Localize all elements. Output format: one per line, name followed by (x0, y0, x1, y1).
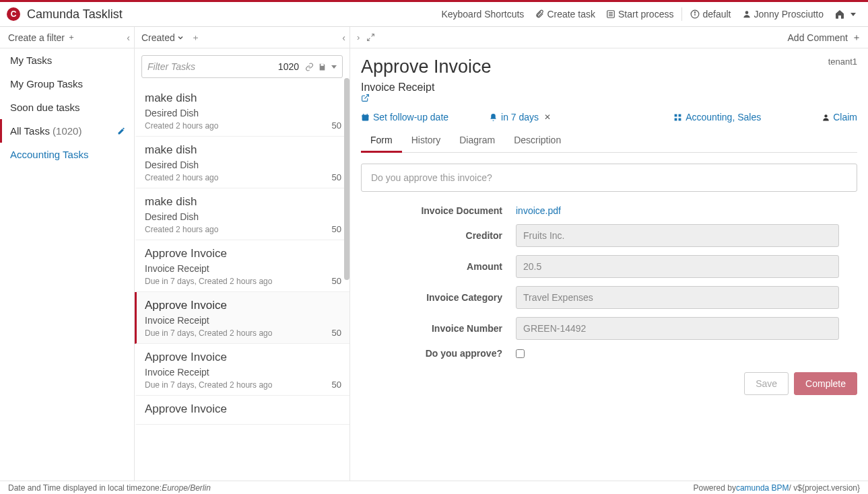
svg-point-6 (695, 12, 696, 13)
tasks-list[interactable]: make dishDesired DishCreated 2 hours ago… (135, 85, 349, 481)
tab-form[interactable]: Form (361, 129, 402, 153)
brand-bar: C Camunda Tasklist Keyboard Shortcuts Cr… (0, 2, 868, 27)
task-meta: Due in 7 days, Created 2 hours ago (145, 277, 272, 286)
filter-item-0[interactable]: My Tasks (0, 48, 134, 72)
tab-history[interactable]: History (402, 129, 450, 152)
pencil-icon[interactable] (117, 127, 126, 135)
external-link-icon[interactable] (361, 94, 857, 102)
task-item-6[interactable]: Approve Invoice (135, 396, 349, 425)
approve-checkbox[interactable] (516, 349, 525, 358)
caret-down-icon[interactable] (331, 65, 337, 69)
add-sort-icon[interactable]: ＋ (191, 32, 200, 44)
user-label: Jonny Prosciutto (754, 9, 824, 20)
scrollbar[interactable] (344, 78, 349, 280)
task-title: make dish (145, 195, 341, 209)
fullscreen-icon[interactable] (366, 33, 375, 42)
svg-rect-16 (675, 114, 677, 116)
task-item-0[interactable]: make dishDesired DishCreated 2 hours ago… (135, 85, 349, 137)
task-item-3[interactable]: Approve InvoiceInvoice ReceiptDue in 7 d… (135, 240, 349, 292)
task-title: Approve Invoice (145, 299, 341, 312)
invoice-document-link[interactable]: invoice.pdf (516, 205, 561, 216)
save-filter-icon[interactable] (318, 63, 327, 71)
save-button[interactable]: Save (744, 372, 789, 395)
footer: Date and Time displayed in local timezon… (0, 481, 868, 494)
task-title: Approve Invoice (145, 351, 341, 364)
filter-item-label: My Tasks (10, 55, 52, 66)
filter-item-1[interactable]: My Group Tasks (0, 72, 134, 96)
claim-button[interactable]: Claim (833, 112, 857, 122)
task-title: make dish (145, 92, 341, 105)
category-label: Invoice Category (361, 292, 516, 303)
svg-rect-19 (679, 118, 681, 120)
create-filter-button[interactable]: Create a filter ＋ ‹ (0, 27, 134, 48)
collapse-tasks-icon[interactable]: ‹ (342, 32, 345, 43)
groups-link[interactable]: Accounting, Sales (673, 112, 761, 122)
task-item-2[interactable]: make dishDesired DishCreated 2 hours ago… (135, 188, 349, 240)
powered-by-label: Powered by (694, 483, 736, 493)
filter-list: My TasksMy Group TasksSoon due tasksAll … (0, 48, 134, 166)
filter-item-2[interactable]: Soon due tasks (0, 96, 134, 119)
add-comment-button[interactable]: Add Comment ＋ (788, 32, 861, 44)
sort-button[interactable]: Created (141, 32, 175, 43)
engine-label: default (702, 9, 731, 20)
filters-column: Create a filter ＋ ‹ My TasksMy Group Tas… (0, 27, 135, 481)
task-priority: 50 (332, 172, 341, 182)
due-date[interactable]: in 7 days ✕ (489, 112, 551, 122)
detail-column: › Add Comment ＋ Approve Invoice tenant1 … (350, 27, 868, 481)
keyboard-shortcuts-link[interactable]: Keyboard Shortcuts (436, 9, 529, 20)
task-item-4[interactable]: Approve InvoiceInvoice ReceiptDue in 7 d… (135, 292, 349, 344)
svg-rect-17 (679, 114, 681, 116)
svg-line-9 (372, 34, 374, 37)
home-icon (834, 9, 845, 20)
plus-icon: ＋ (852, 32, 861, 44)
due-label: in 7 days (501, 112, 539, 122)
task-meta: Due in 7 days, Created 2 hours ago (145, 380, 272, 390)
timezone-value: Europe/Berlin (162, 483, 211, 493)
category-input (516, 286, 839, 309)
task-item-1[interactable]: make dishDesired DishCreated 2 hours ago… (135, 137, 349, 188)
detail-body: Approve Invoice tenant1 Invoice Receipt … (350, 48, 868, 481)
question-box: Do you approve this invoice? (361, 164, 857, 192)
task-priority: 50 (332, 120, 341, 131)
set-followup-button[interactable]: Set follow-up date (361, 112, 448, 122)
complete-button[interactable]: Complete (794, 372, 857, 395)
filter-item-4[interactable]: Accounting Tasks (0, 143, 134, 166)
user-icon (822, 113, 830, 122)
tabs: Form History Diagram Description (361, 129, 857, 153)
main-layout: Create a filter ＋ ‹ My TasksMy Group Tas… (0, 27, 868, 481)
engine-dropdown[interactable]: default (685, 9, 736, 20)
filter-tasks-input[interactable] (147, 61, 274, 72)
approve-label: Do you approve? (361, 348, 516, 359)
create-filter-label: Create a filter (8, 32, 65, 43)
start-process-button[interactable]: Start process (601, 9, 679, 20)
task-priority: 50 (332, 328, 341, 338)
calendar-icon (361, 113, 370, 122)
task-item-5[interactable]: Approve InvoiceInvoice ReceiptDue in 7 d… (135, 344, 349, 396)
info-icon (690, 9, 700, 19)
task-subtitle: Desired Dish (145, 160, 341, 170)
detail-header: › Add Comment ＋ (350, 27, 868, 48)
groups-label: Accounting, Sales (686, 112, 761, 122)
task-subtitle: Desired Dish (145, 211, 341, 222)
product-link[interactable]: camunda BPM (736, 483, 789, 493)
tasks-column: Created ＋ ‹ 1020 make dishDesired DishCr… (135, 27, 350, 481)
invoice-document-label: Invoice Document (361, 205, 516, 216)
svg-rect-13 (362, 114, 369, 116)
user-dropdown[interactable]: Jonny Prosciutto (737, 9, 830, 20)
followup-label: Set follow-up date (373, 112, 448, 122)
create-task-button[interactable]: Create task (529, 9, 601, 20)
task-meta: Created 2 hours ago (145, 121, 218, 131)
link-icon[interactable] (305, 63, 314, 71)
home-dropdown[interactable] (829, 9, 861, 20)
tab-description[interactable]: Description (504, 129, 570, 152)
task-priority: 50 (332, 380, 341, 390)
collapse-filters-icon[interactable]: ‹ (127, 32, 130, 43)
brand-logo: C (7, 7, 20, 21)
chevron-down-icon[interactable] (176, 34, 185, 42)
start-process-label: Start process (618, 9, 673, 20)
clear-due-icon[interactable]: ✕ (544, 112, 551, 122)
tab-diagram[interactable]: Diagram (450, 129, 504, 152)
filter-item-3[interactable]: All Tasks (1020) (0, 119, 134, 143)
add-comment-label: Add Comment (788, 32, 848, 43)
expand-right-icon[interactable]: › (357, 32, 360, 42)
